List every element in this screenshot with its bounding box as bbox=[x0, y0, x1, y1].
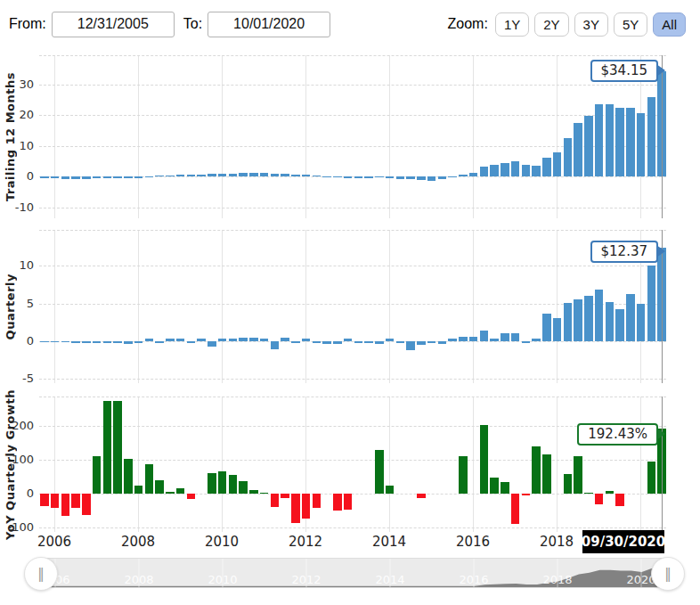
bar[interactable] bbox=[647, 97, 656, 177]
bar[interactable] bbox=[271, 174, 280, 177]
bar[interactable] bbox=[469, 173, 478, 176]
bar[interactable] bbox=[322, 341, 331, 344]
bar[interactable] bbox=[229, 339, 238, 341]
bar[interactable] bbox=[124, 341, 133, 344]
bar[interactable] bbox=[291, 494, 300, 522]
bar[interactable] bbox=[606, 491, 615, 494]
bar[interactable] bbox=[396, 176, 405, 178]
bar[interactable] bbox=[176, 339, 185, 341]
bar[interactable] bbox=[291, 175, 300, 177]
bar[interactable] bbox=[134, 341, 143, 344]
from-date-input[interactable] bbox=[52, 12, 175, 37]
bar[interactable] bbox=[542, 314, 551, 340]
bar[interactable] bbox=[113, 176, 122, 178]
bar[interactable] bbox=[71, 494, 80, 507]
bar[interactable] bbox=[375, 341, 384, 344]
bar[interactable] bbox=[166, 176, 175, 177]
bar[interactable] bbox=[93, 456, 102, 495]
bar[interactable] bbox=[155, 341, 164, 344]
bar[interactable] bbox=[271, 341, 280, 349]
bar[interactable] bbox=[134, 486, 143, 495]
bar[interactable] bbox=[522, 341, 531, 344]
bar[interactable] bbox=[249, 490, 258, 495]
bar[interactable] bbox=[249, 173, 258, 176]
zoom-button-3y[interactable]: 3Y bbox=[574, 12, 608, 37]
bar[interactable] bbox=[626, 108, 635, 177]
bar[interactable] bbox=[229, 475, 238, 495]
bar[interactable] bbox=[103, 176, 112, 178]
bar[interactable] bbox=[615, 309, 624, 341]
bar[interactable] bbox=[406, 176, 415, 179]
bar[interactable] bbox=[532, 446, 541, 494]
bar[interactable] bbox=[459, 456, 468, 495]
bar[interactable] bbox=[595, 494, 604, 503]
plot-area-quarterly[interactable]: $12.37 bbox=[39, 230, 666, 383]
bar[interactable] bbox=[490, 339, 499, 341]
bar[interactable] bbox=[260, 173, 269, 176]
bar[interactable] bbox=[281, 174, 289, 176]
bar[interactable] bbox=[386, 339, 395, 341]
bar[interactable] bbox=[291, 341, 300, 343]
bar[interactable] bbox=[166, 339, 175, 341]
bar[interactable] bbox=[134, 176, 143, 177]
bar[interactable] bbox=[574, 456, 582, 495]
bar[interactable] bbox=[637, 304, 646, 341]
bar[interactable] bbox=[166, 492, 175, 495]
bar[interactable] bbox=[511, 333, 520, 341]
bar[interactable] bbox=[354, 341, 363, 344]
bar[interactable] bbox=[61, 494, 70, 516]
bar[interactable] bbox=[344, 176, 353, 177]
bar[interactable] bbox=[322, 176, 331, 177]
bar[interactable] bbox=[448, 176, 457, 177]
plot-area-yoy-growth[interactable]: 192.43% bbox=[39, 397, 666, 532]
bar[interactable] bbox=[606, 104, 615, 176]
bar[interactable] bbox=[51, 494, 60, 507]
bar[interactable] bbox=[459, 337, 468, 341]
bar[interactable] bbox=[302, 339, 311, 341]
bar[interactable] bbox=[187, 494, 196, 499]
bar[interactable] bbox=[239, 481, 248, 494]
bar[interactable] bbox=[490, 165, 499, 177]
bar[interactable] bbox=[532, 339, 541, 341]
bar[interactable] bbox=[542, 454, 551, 494]
navigator-handle-right[interactable]: ‖ bbox=[651, 557, 685, 591]
bar[interactable] bbox=[480, 331, 489, 341]
bar[interactable] bbox=[176, 488, 185, 494]
bar[interactable] bbox=[344, 494, 353, 509]
bar[interactable] bbox=[197, 175, 206, 177]
bar[interactable] bbox=[448, 339, 457, 341]
bar[interactable] bbox=[354, 176, 363, 178]
bar[interactable] bbox=[40, 494, 49, 505]
bar[interactable] bbox=[564, 474, 573, 495]
bar[interactable] bbox=[564, 138, 573, 176]
bar[interactable] bbox=[218, 471, 227, 494]
bar[interactable] bbox=[61, 341, 70, 342]
bar[interactable] bbox=[260, 339, 269, 341]
bar[interactable] bbox=[260, 493, 269, 495]
navigator-handle-left[interactable]: ‖ bbox=[24, 557, 58, 591]
bar[interactable] bbox=[313, 341, 322, 344]
bar[interactable] bbox=[302, 494, 311, 519]
bar[interactable] bbox=[511, 161, 520, 176]
bar[interactable] bbox=[313, 494, 322, 508]
bar[interactable] bbox=[595, 290, 604, 341]
bar[interactable] bbox=[406, 341, 415, 350]
bar[interactable] bbox=[606, 302, 615, 341]
bar[interactable] bbox=[364, 341, 373, 343]
bar[interactable] bbox=[490, 478, 499, 495]
bar[interactable] bbox=[208, 473, 216, 495]
bar[interactable] bbox=[82, 494, 91, 515]
bar[interactable] bbox=[584, 493, 593, 495]
bar[interactable] bbox=[187, 175, 196, 176]
navigator-scrollbar[interactable]: ‖ ‖ 20062008201020122014201620182020 bbox=[39, 558, 666, 588]
bar[interactable] bbox=[155, 176, 164, 176]
bar[interactable] bbox=[501, 482, 509, 494]
bar[interactable] bbox=[208, 341, 216, 347]
bar[interactable] bbox=[145, 176, 154, 177]
bar[interactable] bbox=[103, 401, 112, 495]
zoom-button-1y[interactable]: 1Y bbox=[495, 12, 529, 37]
bar[interactable] bbox=[103, 341, 112, 344]
bar[interactable] bbox=[71, 341, 80, 344]
bar[interactable] bbox=[469, 337, 478, 341]
bar[interactable] bbox=[553, 318, 562, 341]
